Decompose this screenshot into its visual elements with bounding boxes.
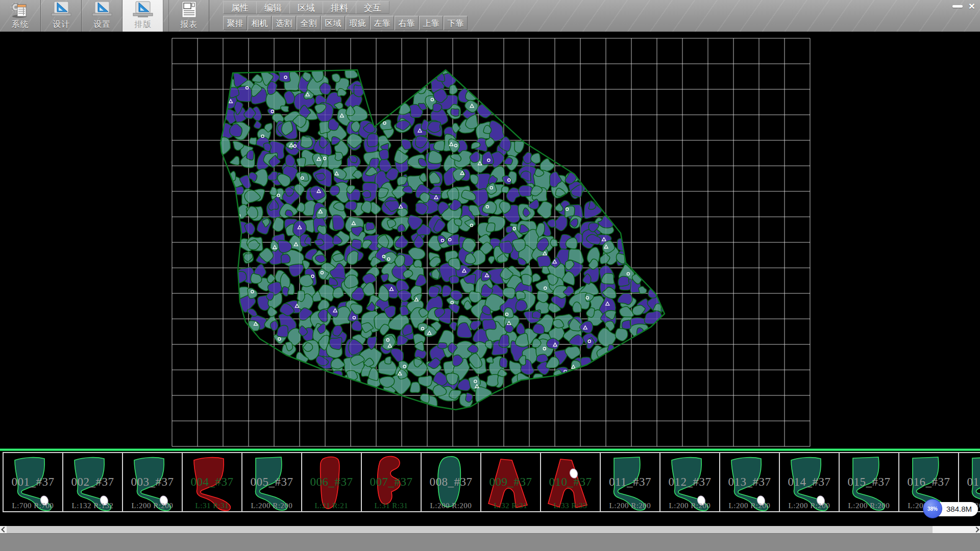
scrollbar-thumb[interactable] <box>7 526 933 533</box>
system-gear-icon <box>9 1 32 19</box>
main-button-label-report: 报表 <box>180 19 198 30</box>
horizontal-scrollbar[interactable] <box>0 526 980 533</box>
close-button[interactable]: × <box>965 0 979 12</box>
progress-circle: 38% <box>923 499 942 518</box>
main-button-design[interactable]: 设计 <box>41 0 82 32</box>
part-cell-006[interactable]: 006_#37L:21 R:21 <box>302 453 362 511</box>
chevron-right-icon <box>973 527 979 532</box>
part-shape <box>541 453 600 511</box>
parts-thumbnail-strip: 001_#37L:700 R:700002_#37L:132 R:132003_… <box>0 451 980 525</box>
part-shape <box>302 453 361 511</box>
tool-button-zone[interactable]: 区域 <box>321 16 345 30</box>
part-cell-007[interactable]: 007_#37L:31 R:31 <box>362 453 422 511</box>
part-shape <box>481 453 540 511</box>
main-button-label-nesting: 排版 <box>134 19 152 30</box>
tool-button-snap-left[interactable]: 左靠 <box>370 16 394 30</box>
menu-bar: 属性编辑区域排料交互 <box>223 1 389 14</box>
part-cell-010[interactable]: 010_#37L:33 R:33 <box>541 453 601 511</box>
menu-item-region[interactable]: 区域 <box>289 1 323 14</box>
main-button-label-settings: 设置 <box>93 19 111 30</box>
status-bar <box>0 533 980 551</box>
main-toolbar: 系统设计设置排版报表 <box>0 0 209 32</box>
part-shape <box>63 453 122 511</box>
design-ruler-icon <box>50 1 73 19</box>
chevron-left-icon <box>1 527 7 532</box>
tool-button-snap-up[interactable]: 上靠 <box>419 16 443 30</box>
tool-button-snap-down[interactable]: 下靠 <box>444 16 468 30</box>
main-button-label-system: 系统 <box>12 19 29 30</box>
titlebar-toolbar: 系统设计设置排版报表 属性编辑区域排料交互 聚排相机选割全割区域瑕疵左靠右靠上靠… <box>0 0 980 32</box>
tool-button-cut-all[interactable]: 全割 <box>297 16 321 30</box>
tool-button-select-cut[interactable]: 选割 <box>272 16 296 30</box>
main-button-settings[interactable]: 设置 <box>82 0 122 32</box>
part-cell-008[interactable]: 008_#37L:200 R:200 <box>422 453 481 511</box>
part-shape <box>660 453 719 511</box>
part-cell-014[interactable]: 014_#37L:200 R:200 <box>780 453 840 511</box>
part-cell-015[interactable]: 015_#37L:200 R:200 <box>840 453 899 511</box>
main-button-report[interactable]: 报表 <box>168 0 209 32</box>
main-button-nesting[interactable]: 排版 <box>122 0 163 32</box>
scroll-right-button[interactable] <box>973 526 980 533</box>
part-shape <box>362 453 421 511</box>
part-cell-009[interactable]: 009_#37L:32 R:31 <box>481 453 541 511</box>
minimize-button[interactable] <box>950 0 965 12</box>
tool-button-cluster-nest[interactable]: 聚排 <box>223 16 247 30</box>
menu-item-interact[interactable]: 交互 <box>356 1 389 14</box>
memory-value: 384.8M <box>946 502 972 516</box>
tool-button-snap-right[interactable]: 右靠 <box>395 16 419 30</box>
menu-item-edit[interactable]: 编辑 <box>256 1 290 14</box>
main-button-label-design: 设计 <box>53 19 70 30</box>
window-controls: × <box>950 0 979 12</box>
progress-pill: 38% 384.8M <box>925 502 978 516</box>
part-shape <box>242 453 301 511</box>
tool-button-defect[interactable]: 瑕疵 <box>346 16 370 30</box>
part-shape <box>780 453 839 511</box>
nesting-ruler-icon <box>131 1 155 19</box>
nesting-canvas[interactable] <box>0 32 980 448</box>
part-shape <box>601 453 659 511</box>
report-doc-icon <box>179 1 199 19</box>
part-cell-001[interactable]: 001_#37L:700 R:700 <box>4 453 63 511</box>
menu-item-nest[interactable]: 排料 <box>323 1 356 14</box>
part-cell-012[interactable]: 012_#37L:200 R:200 <box>660 453 720 511</box>
menu-item-properties[interactable]: 属性 <box>223 1 257 14</box>
part-cell-004[interactable]: 004_#37L:31 R:31 <box>183 453 242 511</box>
scroll-left-button[interactable] <box>0 526 7 533</box>
part-cell-005[interactable]: 005_#37L:200 R:200 <box>242 453 302 511</box>
nesting-svg[interactable] <box>0 32 980 448</box>
application-window: 系统设计设置排版报表 属性编辑区域排料交互 聚排相机选割全割区域瑕疵左靠右靠上靠… <box>0 0 980 551</box>
part-cell-011[interactable]: 011_#37L:200 R:200 <box>601 453 660 511</box>
tools-toolbar: 聚排相机选割全割区域瑕疵左靠右靠上靠下靠 <box>223 16 468 30</box>
part-shape <box>183 453 241 511</box>
progress-percent: 38% <box>927 506 938 512</box>
part-shape <box>422 453 480 511</box>
parts-cells-row: 001_#37L:700 R:700002_#37L:132 R:132003_… <box>3 452 980 512</box>
part-shape <box>840 453 898 511</box>
part-shape <box>4 453 62 511</box>
main-button-system[interactable]: 系统 <box>0 0 41 32</box>
minimize-icon <box>952 5 963 8</box>
part-cell-002[interactable]: 002_#37L:132 R:132 <box>63 453 123 511</box>
part-shape <box>123 453 182 511</box>
settings-ruler-icon <box>90 1 114 19</box>
tool-button-camera[interactable]: 相机 <box>248 16 272 30</box>
part-cell-013[interactable]: 013_#37L:200 R:200 <box>720 453 780 511</box>
part-shape <box>720 453 779 511</box>
close-icon: × <box>969 1 975 12</box>
part-cell-003[interactable]: 003_#37L:200 R:200 <box>123 453 183 511</box>
